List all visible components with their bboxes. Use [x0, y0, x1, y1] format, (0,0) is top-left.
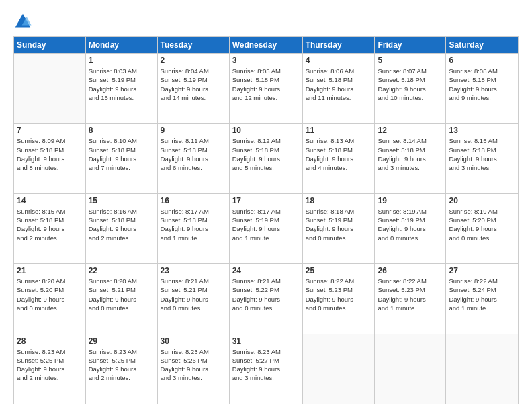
- day-detail: Sunrise: 8:15 AM Sunset: 5:18 PM Dayligh…: [449, 136, 515, 172]
- calendar-cell: 5Sunrise: 8:07 AM Sunset: 5:18 PM Daylig…: [375, 54, 446, 124]
- day-number: 19: [378, 196, 443, 205]
- logo: [13, 12, 34, 31]
- day-detail: Sunrise: 8:22 AM Sunset: 5:23 PM Dayligh…: [378, 277, 443, 312]
- day-number: 20: [449, 196, 515, 205]
- day-number: 8: [89, 126, 154, 135]
- calendar-cell: 13Sunrise: 8:15 AM Sunset: 5:18 PM Dayli…: [446, 124, 519, 193]
- week-row: 28Sunrise: 8:23 AM Sunset: 5:25 PM Dayli…: [14, 334, 519, 404]
- day-number: 5: [378, 56, 443, 65]
- day-number: 24: [232, 266, 300, 275]
- day-detail: Sunrise: 8:23 AM Sunset: 5:25 PM Dayligh…: [89, 347, 154, 383]
- weekday-header-row: SundayMondayTuesdayWednesdayThursdayFrid…: [14, 37, 519, 54]
- day-number: 28: [17, 336, 83, 346]
- day-number: 30: [161, 336, 226, 346]
- calendar-cell: 7Sunrise: 8:09 AM Sunset: 5:18 PM Daylig…: [14, 124, 86, 193]
- day-detail: Sunrise: 8:09 AM Sunset: 5:18 PM Dayligh…: [17, 136, 83, 172]
- calendar-cell: 9Sunrise: 8:11 AM Sunset: 5:18 PM Daylig…: [157, 124, 229, 193]
- day-number: 4: [306, 56, 372, 65]
- day-detail: Sunrise: 8:14 AM Sunset: 5:18 PM Dayligh…: [378, 136, 443, 172]
- day-number: 21: [17, 266, 83, 275]
- day-detail: Sunrise: 8:13 AM Sunset: 5:18 PM Dayligh…: [306, 136, 372, 172]
- day-number: 11: [306, 126, 372, 135]
- week-row: 1Sunrise: 8:03 AM Sunset: 5:19 PM Daylig…: [14, 54, 519, 124]
- day-detail: Sunrise: 8:06 AM Sunset: 5:18 PM Dayligh…: [306, 66, 372, 102]
- week-row: 21Sunrise: 8:20 AM Sunset: 5:20 PM Dayli…: [14, 264, 519, 334]
- header: [13, 12, 519, 31]
- day-number: 10: [232, 126, 300, 135]
- day-detail: Sunrise: 8:19 AM Sunset: 5:19 PM Dayligh…: [378, 207, 443, 242]
- day-number: 29: [89, 336, 154, 346]
- day-detail: Sunrise: 8:18 AM Sunset: 5:19 PM Dayligh…: [306, 207, 372, 242]
- day-detail: Sunrise: 8:04 AM Sunset: 5:19 PM Dayligh…: [161, 66, 226, 102]
- calendar-cell: 25Sunrise: 8:22 AM Sunset: 5:23 PM Dayli…: [302, 264, 375, 334]
- weekday-header: Friday: [375, 37, 446, 54]
- calendar-cell: 23Sunrise: 8:21 AM Sunset: 5:21 PM Dayli…: [157, 264, 229, 334]
- day-number: 23: [161, 266, 226, 275]
- day-number: 31: [232, 336, 300, 346]
- day-detail: Sunrise: 8:08 AM Sunset: 5:18 PM Dayligh…: [449, 66, 515, 102]
- day-number: 22: [89, 266, 154, 275]
- day-number: 26: [378, 266, 443, 275]
- calendar-cell: 2Sunrise: 8:04 AM Sunset: 5:19 PM Daylig…: [157, 54, 229, 124]
- day-detail: Sunrise: 8:23 AM Sunset: 5:27 PM Dayligh…: [232, 347, 300, 383]
- day-number: 13: [449, 126, 515, 135]
- day-detail: Sunrise: 8:21 AM Sunset: 5:21 PM Dayligh…: [161, 277, 226, 312]
- weekday-header: Thursday: [302, 37, 375, 54]
- calendar-cell: [375, 334, 446, 404]
- weekday-header: Saturday: [446, 37, 519, 54]
- day-number: 9: [161, 126, 226, 135]
- day-number: 27: [449, 266, 515, 275]
- day-detail: Sunrise: 8:21 AM Sunset: 5:22 PM Dayligh…: [232, 277, 300, 312]
- calendar-cell: 14Sunrise: 8:15 AM Sunset: 5:18 PM Dayli…: [14, 193, 86, 263]
- day-number: 15: [89, 196, 154, 205]
- weekday-header: Sunday: [14, 37, 86, 54]
- weekday-header: Monday: [85, 37, 157, 54]
- calendar-cell: 20Sunrise: 8:19 AM Sunset: 5:20 PM Dayli…: [446, 193, 519, 263]
- calendar-cell: 24Sunrise: 8:21 AM Sunset: 5:22 PM Dayli…: [229, 264, 302, 334]
- day-detail: Sunrise: 8:20 AM Sunset: 5:21 PM Dayligh…: [89, 277, 154, 312]
- day-detail: Sunrise: 8:23 AM Sunset: 5:26 PM Dayligh…: [161, 347, 226, 383]
- day-number: 2: [161, 56, 226, 65]
- weekday-header: Wednesday: [229, 37, 302, 54]
- calendar-cell: 30Sunrise: 8:23 AM Sunset: 5:26 PM Dayli…: [157, 334, 229, 404]
- day-number: 25: [306, 266, 372, 275]
- day-number: 7: [17, 126, 83, 135]
- logo-icon: [13, 12, 32, 31]
- calendar-cell: 29Sunrise: 8:23 AM Sunset: 5:25 PM Dayli…: [85, 334, 157, 404]
- day-detail: Sunrise: 8:11 AM Sunset: 5:18 PM Dayligh…: [161, 136, 226, 172]
- day-number: 1: [89, 56, 154, 65]
- calendar-cell: 17Sunrise: 8:17 AM Sunset: 5:19 PM Dayli…: [229, 193, 302, 263]
- day-number: 18: [306, 196, 372, 205]
- day-detail: Sunrise: 8:19 AM Sunset: 5:20 PM Dayligh…: [449, 207, 515, 242]
- day-detail: Sunrise: 8:17 AM Sunset: 5:18 PM Dayligh…: [161, 207, 226, 242]
- calendar-cell: 28Sunrise: 8:23 AM Sunset: 5:25 PM Dayli…: [14, 334, 86, 404]
- day-detail: Sunrise: 8:17 AM Sunset: 5:19 PM Dayligh…: [232, 207, 300, 242]
- calendar-cell: 21Sunrise: 8:20 AM Sunset: 5:20 PM Dayli…: [14, 264, 86, 334]
- calendar-cell: 22Sunrise: 8:20 AM Sunset: 5:21 PM Dayli…: [85, 264, 157, 334]
- calendar-cell: [446, 334, 519, 404]
- day-detail: Sunrise: 8:05 AM Sunset: 5:18 PM Dayligh…: [232, 66, 300, 102]
- calendar-cell: 26Sunrise: 8:22 AM Sunset: 5:23 PM Dayli…: [375, 264, 446, 334]
- day-detail: Sunrise: 8:03 AM Sunset: 5:19 PM Dayligh…: [89, 66, 154, 102]
- calendar-cell: 4Sunrise: 8:06 AM Sunset: 5:18 PM Daylig…: [302, 54, 375, 124]
- page: SundayMondayTuesdayWednesdayThursdayFrid…: [0, 0, 532, 411]
- calendar-cell: 6Sunrise: 8:08 AM Sunset: 5:18 PM Daylig…: [446, 54, 519, 124]
- calendar-cell: [302, 334, 375, 404]
- calendar-cell: 10Sunrise: 8:12 AM Sunset: 5:18 PM Dayli…: [229, 124, 302, 193]
- day-number: 17: [232, 196, 300, 205]
- week-row: 7Sunrise: 8:09 AM Sunset: 5:18 PM Daylig…: [14, 124, 519, 193]
- day-number: 14: [17, 196, 83, 205]
- day-detail: Sunrise: 8:23 AM Sunset: 5:25 PM Dayligh…: [17, 347, 83, 383]
- calendar-cell: 18Sunrise: 8:18 AM Sunset: 5:19 PM Dayli…: [302, 193, 375, 263]
- day-detail: Sunrise: 8:16 AM Sunset: 5:18 PM Dayligh…: [89, 207, 154, 242]
- day-detail: Sunrise: 8:10 AM Sunset: 5:18 PM Dayligh…: [89, 136, 154, 172]
- day-detail: Sunrise: 8:12 AM Sunset: 5:18 PM Dayligh…: [232, 136, 300, 172]
- day-number: 16: [161, 196, 226, 205]
- day-detail: Sunrise: 8:15 AM Sunset: 5:18 PM Dayligh…: [17, 207, 83, 242]
- calendar-cell: [14, 54, 86, 124]
- calendar-cell: 12Sunrise: 8:14 AM Sunset: 5:18 PM Dayli…: [375, 124, 446, 193]
- calendar-cell: 31Sunrise: 8:23 AM Sunset: 5:27 PM Dayli…: [229, 334, 302, 404]
- day-detail: Sunrise: 8:20 AM Sunset: 5:20 PM Dayligh…: [17, 277, 83, 312]
- calendar-cell: 19Sunrise: 8:19 AM Sunset: 5:19 PM Dayli…: [375, 193, 446, 263]
- day-detail: Sunrise: 8:22 AM Sunset: 5:23 PM Dayligh…: [306, 277, 372, 312]
